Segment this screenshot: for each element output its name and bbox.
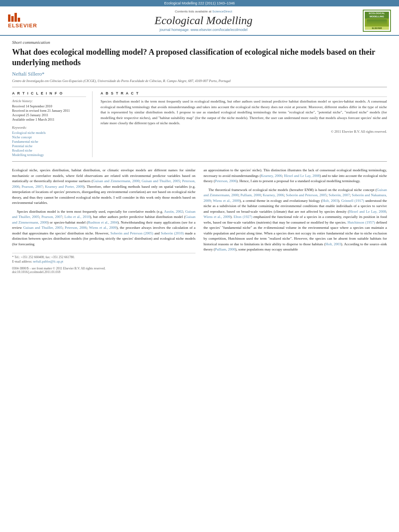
body-para-1: Ecological niche, species distribution, … <box>12 168 195 206</box>
keywords-label: Keywords: <box>12 125 86 129</box>
ref-austin-2002: Austin, 2002 <box>164 210 183 214</box>
ref-soberon-peterson: Soberón and Peterson (2005) <box>110 231 153 235</box>
ref-hirzel-2008b: Hirzel and Le Lay, 2008 <box>349 210 386 214</box>
abstract-text: Species distribution model is the term m… <box>101 99 387 126</box>
revised-date: Received in revised form 21 January 2011 <box>12 109 86 113</box>
ref-lobo-2010: Lobo et al., 2010 <box>64 215 90 219</box>
footer-email-link[interactable]: neftali.pablos@fc.up.pt <box>33 260 63 263</box>
ref-kearney-2009: Kearney and Porter, 2009 <box>45 185 83 189</box>
ref-soberon-2010: Soberón (2010) <box>161 231 184 235</box>
journal-header: ELSEVIER Contents lists available at Sci… <box>0 6 399 36</box>
ref-hirzel-2008: Hirzel and Le Lay, 2008 <box>284 174 320 178</box>
journal-homepage: journal homepage: www.elsevier.com/locat… <box>44 28 363 32</box>
accepted-date: Accepted 25 January 2011 <box>12 113 86 117</box>
ref-wiens-review: Wiens et al., 2009 <box>89 226 116 230</box>
keyword-4: Potential niche <box>12 144 86 148</box>
ref-rushton-2004: Rushton et al., 2004 <box>88 220 117 224</box>
ref-holt-2003b: Holt, 2003 <box>325 242 341 246</box>
keyword-2: Niche concept <box>12 135 86 139</box>
ref-wiens-2009: Wiens et al., 2009 <box>213 199 240 203</box>
ref-kearney-2006b: Kearney, 2006 <box>263 193 284 197</box>
elsevier-logo: ELSEVIER <box>8 13 44 29</box>
footer-tel: * Tel.: +351 252 660408; fax: +351 252 6… <box>12 255 195 259</box>
article-info-col: A R T I C L E I N F O Article history: R… <box>12 91 93 157</box>
journal-citation: Ecological Modelling 222 (2011) 1343–134… <box>164 1 235 5</box>
copyright-line: © 2011 Elsevier B.V. All rights reserved… <box>101 129 387 134</box>
ref-pulliam-2000: Pulliam, 2000 <box>241 193 261 197</box>
abstract-col: A B S T R A C T Species distribution mod… <box>101 91 387 157</box>
ref-pulliam-2000b: Pulliam, 2000 <box>215 247 235 251</box>
ref-kearney-2006: Kearney, 2006 <box>261 174 282 178</box>
article-title: What does ecological modelling model? A … <box>12 47 387 68</box>
ref-soberon-peterson-2005: Soberón and Peterson, 2005 <box>286 193 327 197</box>
sciencedirect-link[interactable]: ScienceDirect <box>212 10 232 13</box>
ref-peterson-review: Peterson, 2006 <box>65 226 87 230</box>
ref-hutchinson: Hutchinson (1957) <box>348 220 375 224</box>
keyword-6: Modelling terminology <box>12 153 86 157</box>
ref-elton: Elton (1927) <box>234 215 252 219</box>
ref-pearson-2007b: Pearson, 2007 <box>41 215 62 219</box>
contents-label: Contents lists available at <box>175 10 212 13</box>
journal-name: Ecological Modelling <box>44 14 363 27</box>
and-conjunction: and <box>154 231 160 235</box>
ref-guisan-review: Guisan and Thuiller, 2005 <box>23 226 62 230</box>
keyword-5: Realized niche <box>12 148 86 152</box>
body-right-col: an approximation to the species' niche).… <box>204 168 387 274</box>
available-date: Available online 1 March 2011 <box>12 117 86 121</box>
journal-title-area: Contents lists available at ScienceDirec… <box>44 10 363 32</box>
ref-guisan-2005: Guisan and Thuiller, 2005 <box>142 179 180 183</box>
ref-guisan-2000: Guisan and Zimmermann, 2000 <box>93 179 140 183</box>
ref-wiens-2009b: Wiens et al., 2009 <box>204 215 230 219</box>
ref-peterson-2006b: Peterson, 2006 <box>215 179 237 183</box>
body-para-4: The theoretical framework of ecological … <box>204 187 387 253</box>
ref-pearson-2007: Pearson, 2007 <box>22 185 43 189</box>
article-type-label: Short communication <box>12 40 387 45</box>
body-para-2: Species distribution model is the term m… <box>12 209 195 247</box>
journal-citation-bar: Ecological Modelling 222 (2011) 1343–134… <box>0 0 399 6</box>
ref-holt-2003: Holt, 2003 <box>322 199 338 203</box>
history-label: Article history: <box>12 99 86 103</box>
author-name: Neftalí Sillero* <box>12 71 387 77</box>
article-info-label: A R T I C L E I N F O <box>12 91 86 97</box>
body-content: Ecological niche, species distribution, … <box>12 168 387 274</box>
footer-email: E-mail address: neftali.pablos@fc.up.pt <box>12 260 195 263</box>
ref-grinnell: Grinnell (1917) <box>341 199 364 203</box>
elsevier-wordmark: ELSEVIER <box>8 23 37 29</box>
footer-area: * Tel.: +351 252 660408; fax: +351 252 6… <box>12 253 195 274</box>
abstract-label: A B S T R A C T <box>101 91 387 97</box>
eco-modelling-logo: ECOLOGICALMODELLING ELSEVIER <box>363 10 391 31</box>
homepage-url[interactable]: www.elsevier.com/locate/ecolmodel <box>191 28 248 32</box>
body-left-col: Ecological niche, species distribution, … <box>12 168 195 274</box>
keyword-3: Fundamental niche <box>12 140 86 144</box>
ref-soberon-2007: Soberón, 2007 <box>329 193 350 197</box>
article-info-abstract: A R T I C L E I N F O Article history: R… <box>12 91 387 162</box>
footer-doi: doi:10.1016/j.ecolmodel.2011.01.018 <box>12 270 195 274</box>
keywords-section: Keywords: Ecological niche models Niche … <box>12 125 86 157</box>
keyword-1: Ecological niche models <box>12 131 86 135</box>
body-para-3: an approximation to the species' niche).… <box>204 168 387 184</box>
footer-issn: 0304-3800/$ – see front matter © 2011 El… <box>12 267 195 270</box>
author-affiliation: Centro de Investigação em Ciências Geo-E… <box>12 79 387 87</box>
received-date: Received 14 September 2010 <box>12 104 86 108</box>
main-content: Short communication What does ecological… <box>0 36 399 278</box>
